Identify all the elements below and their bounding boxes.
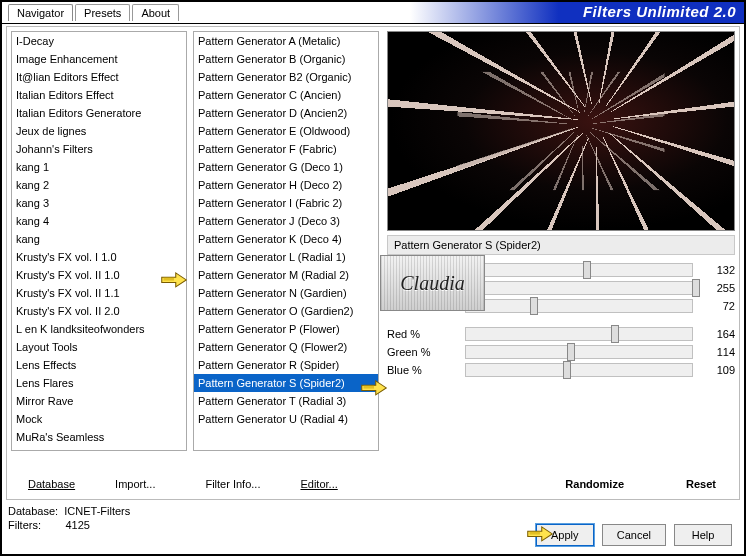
list-item[interactable]: Pattern Generator G (Deco 1) [194,158,378,176]
slider-track[interactable] [465,281,693,295]
slider-label: Green % [387,346,457,358]
help-button[interactable]: Help [674,524,732,546]
list-item[interactable]: Layout Tools [12,338,186,356]
list-item[interactable]: Pattern Generator O (Gardien2) [194,302,378,320]
main-panel: I-DecayImage EnhancementIt@lian Editors … [6,26,740,500]
slider-track[interactable] [465,263,693,277]
list-item[interactable]: Pattern Generator Q (Flower2) [194,338,378,356]
import-button[interactable]: Import... [104,473,166,495]
list-item[interactable]: Pattern Generator J (Deco 3) [194,212,378,230]
list-item[interactable]: Pattern Generator R (Spider) [194,356,378,374]
list-item[interactable]: Pattern Generator D (Ancien2) [194,104,378,122]
list-item[interactable]: Pattern Generator C (Ancien) [194,86,378,104]
slider-row: Blue %109 [387,361,735,379]
list-item[interactable]: Image Enhancement [12,50,186,68]
list-item[interactable]: Krusty's FX vol. II 1.1 [12,284,186,302]
tab-navigator[interactable]: Navigator [8,4,73,21]
list-item[interactable]: Krusty's FX vol. I 1.0 [12,248,186,266]
list-item[interactable]: Neology [12,446,186,451]
tab-presets[interactable]: Presets [75,4,130,21]
title-bar: Navigator Presets About Filters Unlimite… [2,2,744,24]
slider-label: Blue % [387,364,457,376]
list-item[interactable]: Jeux de lignes [12,122,186,140]
list-item[interactable]: kang 2 [12,176,186,194]
list-item[interactable]: Mirror Rave [12,392,186,410]
list-item[interactable]: Pattern Generator S (Spider2) [194,374,378,392]
tab-strip: Navigator Presets About [8,4,181,21]
slider-track[interactable] [465,345,693,359]
list-item[interactable]: Lens Flares [12,374,186,392]
list-item[interactable]: Pattern Generator T (Radial 3) [194,392,378,410]
list-item[interactable]: Pattern Generator N (Gardien) [194,284,378,302]
db-label: Database: [8,505,58,517]
list-item[interactable]: Pattern Generator M (Radial 2) [194,266,378,284]
list-item[interactable]: Pattern Generator P (Flower) [194,320,378,338]
list-item[interactable]: Krusty's FX vol. II 2.0 [12,302,186,320]
slider-value: 72 [701,300,735,312]
slider-thumb[interactable] [611,325,619,343]
slider-thumb[interactable] [692,279,700,297]
slider-track[interactable] [465,299,693,313]
slider-value: 164 [701,328,735,340]
list-item[interactable]: Pattern Generator B (Organic) [194,50,378,68]
slider-value: 132 [701,264,735,276]
slider-track[interactable] [465,327,693,341]
filters-value: 4125 [65,519,89,531]
slider-thumb[interactable] [567,343,575,361]
list-item[interactable]: Pattern Generator L (Radial 1) [194,248,378,266]
list-item[interactable]: Krusty's FX vol. II 1.0 [12,266,186,284]
category-list[interactable]: I-DecayImage EnhancementIt@lian Editors … [11,31,187,451]
app-title: Filters Unlimited 2.0 [583,3,736,20]
database-button[interactable]: Database [17,473,86,495]
cancel-button[interactable]: Cancel [602,524,666,546]
tab-about[interactable]: About [132,4,179,21]
slider-label: Red % [387,328,457,340]
list-item[interactable]: Lens Effects [12,356,186,374]
list-item[interactable]: Italian Editors Effect [12,86,186,104]
list-item[interactable]: Pattern Generator F (Fabric) [194,140,378,158]
reset-button[interactable]: Reset [675,473,727,495]
slider-value: 114 [701,346,735,358]
filter-info-button[interactable]: Filter Info... [194,473,271,495]
randomize-button[interactable]: Randomize [554,473,635,495]
list-item[interactable]: It@lian Editors Effect [12,68,186,86]
list-item[interactable]: kang [12,230,186,248]
list-item[interactable]: L en K landksiteofwonders [12,320,186,338]
slider-row: Red %164 [387,325,735,343]
list-item[interactable]: kang 1 [12,158,186,176]
slider-value: 109 [701,364,735,376]
slider-row: Green %114 [387,343,735,361]
list-item[interactable]: MuRa's Seamless [12,428,186,446]
list-item[interactable]: Johann's Filters [12,140,186,158]
filter-list[interactable]: Pattern Generator A (Metalic)Pattern Gen… [193,31,379,451]
editor-button[interactable]: Editor... [289,473,348,495]
list-item[interactable]: kang 4 [12,212,186,230]
watermark-overlay: Claudia [380,255,485,311]
footer: Database: ICNET-Filters Filters: 4125 Ap… [8,504,738,550]
list-item[interactable]: Pattern Generator I (Fabric 2) [194,194,378,212]
list-item[interactable]: Pattern Generator A (Metalic) [194,32,378,50]
list-item[interactable]: Pattern Generator K (Deco 4) [194,230,378,248]
slider-thumb[interactable] [563,361,571,379]
db-value: ICNET-Filters [64,505,130,517]
slider-track[interactable] [465,363,693,377]
list-item[interactable]: Mock [12,410,186,428]
list-item[interactable]: kang 3 [12,194,186,212]
list-item[interactable]: Pattern Generator H (Deco 2) [194,176,378,194]
slider-thumb[interactable] [583,261,591,279]
list-item[interactable]: Pattern Generator U (Radial 4) [194,410,378,428]
apply-button[interactable]: Apply [536,524,594,546]
slider-thumb[interactable] [530,297,538,315]
list-item[interactable]: I-Decay [12,32,186,50]
preview-image [387,31,735,231]
slider-value: 255 [701,282,735,294]
current-filter-name: Pattern Generator S (Spider2) [387,235,735,255]
list-item[interactable]: Italian Editors Generatore [12,104,186,122]
list-item[interactable]: Pattern Generator E (Oldwood) [194,122,378,140]
list-item[interactable]: Pattern Generator B2 (Organic) [194,68,378,86]
filters-label: Filters: [8,519,41,531]
